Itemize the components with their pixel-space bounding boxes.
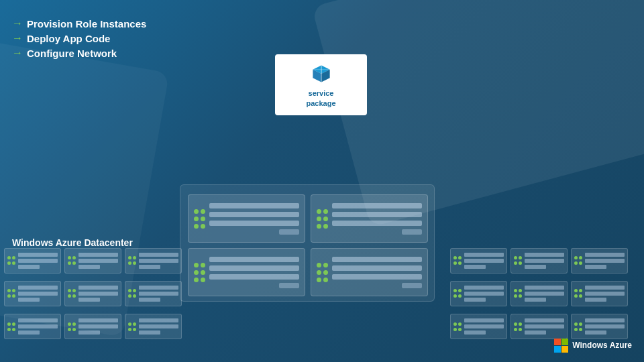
mini-bar	[78, 330, 100, 335]
mini-dot	[68, 289, 71, 292]
mini-dot	[514, 322, 517, 326]
mini-dot	[574, 322, 578, 326]
mini-bar	[585, 286, 625, 290]
mini-dot	[453, 294, 457, 298]
mini-bar	[78, 324, 118, 328]
arrow-icon-1: →	[12, 17, 23, 29]
server-card-2	[311, 194, 428, 243]
mini-dot	[453, 289, 457, 292]
bar	[332, 212, 422, 217]
mini-dot	[7, 289, 11, 292]
mini-bar	[525, 265, 546, 269]
step-item-3: → Configure Network	[12, 47, 146, 59]
mini-dot	[458, 289, 462, 292]
mini-dot	[12, 322, 15, 326]
mini-dot	[579, 256, 582, 259]
mini-bar	[464, 286, 504, 290]
dot	[194, 209, 199, 214]
arrow-icon-2: →	[12, 32, 23, 44]
mini-dot	[7, 322, 11, 326]
mini-dot	[128, 322, 131, 326]
mini-bar	[585, 253, 625, 257]
mini-rack	[64, 281, 121, 306]
mini-dot	[7, 328, 11, 331]
mini-bar	[585, 259, 625, 263]
mini-dot	[453, 261, 457, 265]
mini-bar	[139, 292, 178, 296]
mini-rack	[64, 314, 121, 339]
mini-bar	[585, 330, 606, 335]
dot	[201, 224, 205, 229]
mini-dot	[7, 294, 11, 298]
rack-row-3	[4, 312, 640, 342]
mini-bar	[78, 253, 118, 257]
mini-dot	[72, 261, 76, 265]
dot	[317, 209, 321, 214]
mini-bar	[585, 324, 625, 328]
mini-dot	[579, 322, 582, 326]
bars-column-2	[332, 203, 422, 235]
mini-dot	[574, 289, 578, 292]
mini-bar	[464, 253, 504, 257]
mini-bar	[585, 265, 606, 269]
mini-dot	[458, 294, 462, 298]
mini-rack	[4, 248, 61, 274]
mini-dot	[7, 261, 11, 265]
mini-bar	[18, 265, 40, 269]
step-label-3: Configure Network	[27, 48, 117, 59]
svg-rect-6	[554, 339, 561, 345]
mini-dot	[133, 294, 136, 298]
mini-dot	[458, 322, 462, 326]
mini-bar	[139, 318, 178, 322]
mini-dot	[72, 289, 76, 292]
dot	[317, 224, 321, 229]
step-item-2: → Deploy App Code	[12, 32, 146, 44]
mini-dot	[519, 289, 522, 292]
mini-dot	[12, 256, 15, 259]
step-label-2: Deploy App Code	[27, 33, 110, 44]
mini-rack	[511, 314, 568, 339]
dot	[201, 209, 205, 214]
mini-bar	[464, 259, 504, 263]
mini-dot	[12, 294, 15, 298]
mini-dot	[72, 256, 76, 259]
mini-dot	[514, 294, 517, 298]
mini-bar	[139, 298, 160, 302]
mini-bar	[18, 298, 40, 302]
dot	[194, 224, 199, 229]
mini-dot	[72, 328, 76, 331]
dot	[201, 217, 205, 221]
mini-bar	[525, 253, 564, 257]
mini-bar	[18, 292, 58, 296]
mini-rack	[571, 281, 628, 306]
content-area: → Provision Role Instances → Deploy App …	[0, 0, 644, 362]
mini-dot	[128, 294, 131, 298]
mini-dot	[458, 256, 462, 259]
mini-bar	[464, 298, 486, 302]
mini-rack	[4, 314, 61, 339]
mini-rack	[511, 281, 568, 306]
mini-dot	[579, 294, 582, 298]
rack-row-1	[4, 245, 640, 276]
mini-dot	[7, 256, 11, 259]
mini-bar	[525, 292, 564, 296]
mini-dot	[579, 328, 582, 331]
mini-dot	[574, 261, 578, 265]
mini-dot	[12, 289, 15, 292]
mini-bar	[78, 298, 100, 302]
windows-azure-text: Windows Azure	[572, 341, 632, 350]
mini-bar	[78, 265, 100, 269]
mini-dot	[514, 289, 517, 292]
mini-bar	[139, 330, 160, 335]
bar	[332, 221, 422, 226]
mini-dot	[458, 328, 462, 331]
mini-bar	[464, 324, 504, 328]
mini-dot	[458, 261, 462, 265]
mini-dot	[133, 289, 136, 292]
mini-dot	[574, 256, 578, 259]
dots-column-2	[317, 209, 328, 229]
mini-dot	[519, 328, 522, 331]
dot	[323, 224, 328, 229]
bars-column-1	[209, 203, 299, 235]
mini-bar	[525, 259, 564, 263]
